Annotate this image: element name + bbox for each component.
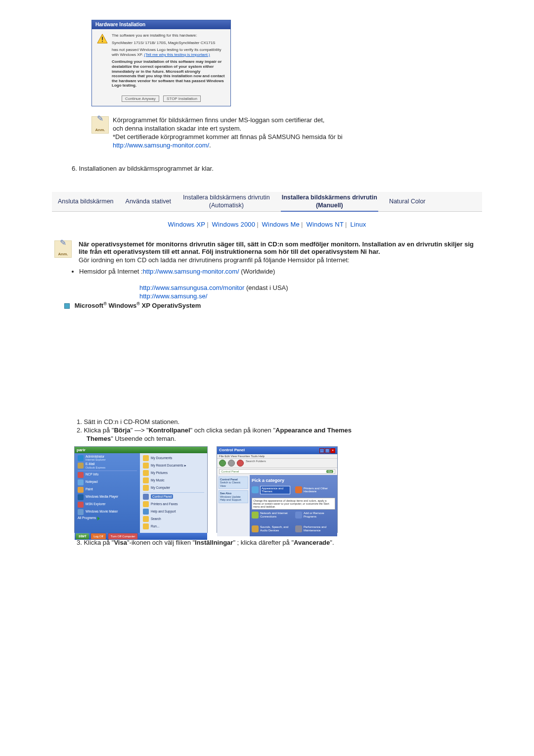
continue-anyway-button[interactable]: Continue Anyway xyxy=(122,95,159,102)
step-6-text: 6. Installationen av bildskärmsprogramme… xyxy=(72,165,480,172)
samsung-se-link[interactable]: http://www.samsung.se/ xyxy=(139,292,207,300)
samsung-monitor-link-1[interactable]: http://www.samsung-monitor.com/ xyxy=(113,142,209,149)
xp-start-menu-screenshot: parir AdministratorInternet Explorer E-M… xyxy=(74,446,208,533)
back-icon[interactable] xyxy=(219,460,226,467)
dialog-text: The software you are installing for this… xyxy=(112,33,225,91)
tab-auto[interactable]: Installera bildskärmens drivrutin(Automa… xyxy=(177,192,276,211)
window-controls: _□× xyxy=(319,448,335,453)
forward-icon[interactable] xyxy=(228,460,235,467)
svg-rect-2 xyxy=(102,41,103,42)
appearance-themes-category[interactable]: Appearance and Themes xyxy=(252,486,290,494)
bullet-icon xyxy=(64,303,70,309)
tab-natural-color[interactable]: Natural Color xyxy=(383,196,432,208)
tab-manual[interactable]: Installera bildskärmens drivrutin(Manuel… xyxy=(276,192,383,211)
logo-testing-link[interactable]: (Tell me why this testing is important.) xyxy=(144,52,210,57)
go-button[interactable]: Go xyxy=(326,470,333,473)
tab-anvanda[interactable]: Använda stativet xyxy=(120,196,177,208)
link-windows-me[interactable]: Windows Me xyxy=(262,221,300,228)
link-linux[interactable]: Linux xyxy=(350,221,366,228)
note-icon: Anm. xyxy=(91,116,109,134)
stop-installation-button[interactable]: STOP Installation xyxy=(163,95,201,102)
xp-section-heading: Microsoft® Windows® XP OperativSystem xyxy=(64,301,480,309)
link-windows-nt[interactable]: Windows NT xyxy=(306,221,344,228)
arrow-right-icon xyxy=(97,517,100,520)
xp-step-3: 3. Klicka på "Visa"-ikonen och välj flik… xyxy=(77,539,480,546)
os-links-row: Windows XP| Windows 2000| Windows Me| Wi… xyxy=(54,221,480,228)
xp-steps: 1. Sätt in CD:n i CD-ROM stationen. 2. K… xyxy=(77,418,480,442)
svg-rect-1 xyxy=(102,37,103,40)
hardware-installation-dialog: Hardware Installation The software you a… xyxy=(91,20,231,106)
link-windows-2000[interactable]: Windows 2000 xyxy=(212,221,256,228)
samsung-monitor-link-2[interactable]: http://www.samsung-monitor.com/ xyxy=(143,268,239,275)
warning-icon xyxy=(97,33,108,44)
internet-links-list: Hemsidor på Internet :http://www.samsung… xyxy=(69,268,480,275)
note-icon: Anm. xyxy=(54,240,72,258)
section-tabs: Ansluta bildskärmen Använda stativet Ins… xyxy=(52,192,482,212)
note-1: Anm. Körprogrammet för bildskärmen finns… xyxy=(91,116,480,150)
control-panel-highlight[interactable]: Control Panel xyxy=(143,494,204,500)
xp-control-panel-screenshot: Control Panel _□× File Edit View Favorit… xyxy=(217,446,338,533)
tab-ansluta[interactable]: Ansluta bildskärmen xyxy=(52,196,120,208)
note-2: Anm. När operativsystemet för monitorns … xyxy=(54,240,480,265)
up-icon[interactable] xyxy=(237,460,244,467)
samsungusa-link[interactable]: http://www.samsungusa.com/monitor xyxy=(139,284,244,291)
link-windows-xp[interactable]: Windows XP xyxy=(168,221,205,228)
dialog-titlebar: Hardware Installation xyxy=(92,20,230,29)
